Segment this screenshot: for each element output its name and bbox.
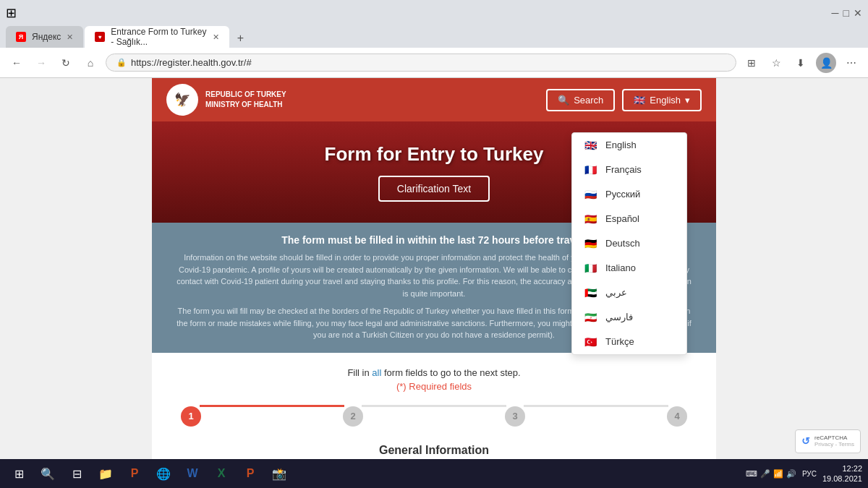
lang-fa-label: فارسي [605, 312, 633, 322]
taskbar: ⊞ 🔍 ⊟ 📁 P 🌐 W X P 📸 ⌨ 🎤 📶 🔊 РУС 12:22 19… [0, 459, 868, 488]
lang-fr-label: Français [605, 164, 642, 175]
profile-btn[interactable]: 👤 [816, 53, 836, 73]
health-favicon: ♥ [95, 32, 105, 42]
page-content: 🦅 REPUBLIC OF TURKEY MINISTRY OF HEALTH … [152, 78, 716, 481]
header-right: 🔍 Search 🇬🇧 English ▾ 🇬🇧 [546, 89, 702, 111]
section-title: General Information [174, 444, 694, 457]
step-2: 2 [343, 406, 363, 427]
browser-window: ⊞ ─ □ ✕ Я Яндекс ✕ ♥ Entrance Form to Tu… [0, 0, 868, 78]
logo-line1: REPUBLIC OF TURKEY [205, 90, 286, 100]
step-line-3-4 [524, 405, 668, 407]
site-header: 🦅 REPUBLIC OF TURKEY MINISTRY OF HEALTH … [152, 78, 716, 121]
volume-icon: 🔊 [786, 469, 796, 479]
clock-time: 12:22 [822, 463, 862, 474]
clarification-text-label: Clarification Text [397, 183, 471, 194]
menu-btn[interactable]: ⋯ [842, 53, 861, 72]
flag-ru: 🇷🇺 [582, 189, 598, 200]
taskbar-icons: ⌨ 🎤 📶 🔊 [746, 469, 796, 479]
lang-option-fr[interactable]: 🇫🇷 Français [572, 158, 686, 182]
step-3-circle: 3 [505, 406, 525, 427]
flag-en: 🇬🇧 [582, 140, 598, 151]
lang-option-fa[interactable]: 🇮🇷 فارسي [572, 305, 686, 330]
new-tab-btn[interactable]: + [231, 29, 250, 48]
tab-health-close[interactable]: ✕ [213, 33, 219, 42]
step-line-1-2 [200, 405, 344, 407]
star-btn[interactable]: ☆ [767, 53, 786, 72]
language-button[interactable]: 🇬🇧 English ▾ [622, 89, 702, 111]
lang-ru-label: Русский [605, 189, 640, 200]
extensions-btn[interactable]: ⊞ [742, 53, 761, 72]
lang-es-label: Español [605, 213, 639, 224]
step-4-circle: 4 [667, 406, 687, 427]
logo-area: 🦅 REPUBLIC OF TURKEY MINISTRY OF HEALTH [166, 84, 286, 116]
required-note: (*) Required fields [174, 381, 694, 392]
start-btn[interactable]: ⊞ [6, 461, 32, 487]
tab-yandex-label: Яндекс [32, 32, 61, 42]
logo-text: REPUBLIC OF TURKEY MINISTRY OF HEALTH [205, 90, 286, 110]
lang-option-ar[interactable]: 🇦🇪 عربي [572, 281, 686, 305]
lang-en-label: English [605, 140, 637, 150]
yandex-favicon: Я [16, 32, 26, 42]
flag-tr: 🇹🇷 [582, 336, 598, 348]
keyboard-icon: ⌨ [746, 469, 757, 479]
lang-option-ru[interactable]: 🇷🇺 Русский [572, 182, 686, 207]
search-button[interactable]: 🔍 Search [546, 89, 615, 111]
lang-option-de[interactable]: 🇩🇪 Deutsch [572, 231, 686, 256]
lang-ar-label: عربي [605, 287, 627, 298]
logo-line2: MINISTRY OF HEALTH [205, 100, 286, 110]
lang-arrow-icon: ▾ [685, 95, 690, 106]
title-bar: ⊞ ─ □ ✕ [0, 0, 868, 26]
search-taskbar-btn[interactable]: 🔍 [35, 461, 61, 487]
taskbar-clock: 12:22 19.08.2021 [822, 463, 862, 484]
lang-de-label: Deutsch [605, 238, 640, 249]
uk-flag-icon: 🇬🇧 [634, 95, 645, 106]
excel-btn[interactable]: X [208, 461, 234, 487]
lang-option-tr[interactable]: 🇹🇷 Türkçe [572, 330, 686, 354]
close-btn[interactable]: ✕ [854, 7, 862, 19]
recaptcha-text: reCAPTCHAPrivacy - Terms [814, 435, 854, 448]
step-2-circle: 2 [343, 406, 363, 427]
step-1: 1 [181, 406, 201, 427]
lock-icon: 🔒 [116, 58, 127, 67]
tab-health[interactable]: ♥ Entrance Form to Turkey - Sağlık... ✕ [85, 26, 229, 48]
form-hint: Fill in all form fields to go to the nex… [174, 367, 694, 378]
lang-option-es[interactable]: 🇪🇸 Español [572, 207, 686, 231]
step-1-circle: 1 [181, 406, 201, 427]
lang-label: English [650, 95, 681, 106]
minimize-btn[interactable]: ─ [832, 7, 839, 19]
pp2-btn[interactable]: P [237, 461, 263, 487]
tabs-bar: Я Яндекс ✕ ♥ Entrance Form to Turkey - S… [0, 26, 868, 48]
form-stepper: 1 2 3 4 [174, 406, 694, 427]
recaptcha-badge: ↺ reCAPTCHAPrivacy - Terms [795, 429, 861, 453]
step-3: 3 [505, 406, 525, 427]
home-btn[interactable]: ⌂ [81, 53, 100, 72]
network-icon: 📶 [773, 469, 783, 479]
address-bar[interactable]: 🔒 https://register.health.gov.tr/# [106, 53, 736, 72]
task-view-btn[interactable]: ⊟ [64, 461, 90, 487]
step-4: 4 [667, 406, 687, 427]
download-btn[interactable]: ⬇ [791, 53, 810, 72]
edge-btn[interactable]: 🌐 [150, 461, 176, 487]
explorer-btn[interactable]: 📁 [93, 461, 119, 487]
address-text: https://register.health.gov.tr/# [131, 57, 252, 68]
page-scroll[interactable]: 🦅 REPUBLIC OF TURKEY MINISTRY OF HEALTH … [0, 78, 868, 481]
camera-btn[interactable]: 📸 [266, 461, 292, 487]
search-icon: 🔍 [558, 95, 569, 106]
powerpoint-btn[interactable]: P [122, 461, 148, 487]
tab-yandex[interactable]: Я Яндекс ✕ [6, 26, 83, 48]
refresh-btn[interactable]: ↻ [56, 53, 75, 72]
lang-option-en[interactable]: 🇬🇧 English [572, 133, 686, 158]
step-line-2-3 [362, 405, 506, 407]
taskbar-lang: РУС [802, 470, 817, 478]
lang-option-it[interactable]: 🇮🇹 Italiano [572, 256, 686, 281]
lang-tr-label: Türkçe [605, 336, 634, 347]
forward-btn[interactable]: → [32, 53, 51, 72]
tab-yandex-close[interactable]: ✕ [67, 33, 73, 42]
maximize-btn[interactable]: □ [843, 7, 849, 19]
back-btn[interactable]: ← [7, 53, 26, 72]
clarification-text-button[interactable]: Clarification Text [378, 176, 490, 202]
hero-title: Form for Entry to Turkey [325, 143, 544, 166]
flag-ar: 🇦🇪 [582, 287, 598, 299]
word-btn[interactable]: W [179, 461, 205, 487]
flag-fr: 🇫🇷 [582, 164, 598, 176]
